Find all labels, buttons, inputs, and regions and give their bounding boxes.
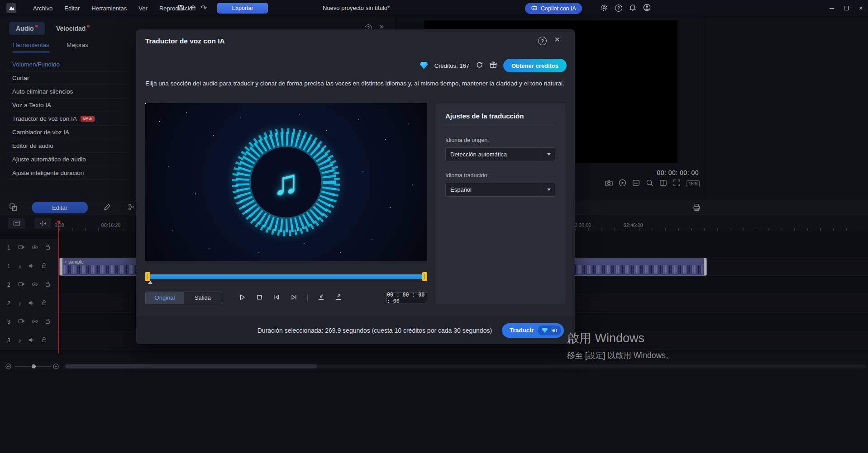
play-button[interactable]	[238, 293, 246, 302]
cost-value: -90	[549, 328, 557, 333]
audio-source-toggle: Original Salida	[145, 292, 222, 304]
player-controls: Original Salida 00 : 00 : 00 : 00	[145, 291, 427, 304]
credits-label: Créditos: 167	[434, 62, 469, 69]
credits-cost-badge: -90	[538, 326, 561, 335]
trim-slider[interactable]	[145, 273, 427, 282]
undo-icon[interactable]: ↶	[190, 5, 196, 12]
chevron-down-icon	[543, 148, 555, 161]
project-title: Nuevo proyecto sin título*	[323, 5, 390, 11]
voice-translator-dialog: Traductor de voz con IA ? × Créditos: 16…	[136, 29, 575, 344]
gift-icon[interactable]	[490, 61, 497, 70]
starfield	[145, 103, 146, 104]
dialog-close-icon[interactable]: ×	[554, 34, 560, 45]
music-note-icon: ♫	[273, 162, 300, 203]
maximize-button[interactable]	[839, 0, 854, 16]
quick-actions: ↶ ↷	[177, 0, 207, 16]
notifications-bell-icon[interactable]	[629, 4, 636, 13]
divider	[445, 126, 555, 126]
audio-visualizer: ♫	[145, 103, 427, 261]
divider	[307, 294, 308, 302]
credits-gem-icon	[542, 328, 548, 333]
translate-label: Traducir	[510, 327, 534, 334]
copilot-icon	[531, 5, 538, 12]
save-icon[interactable]	[177, 4, 185, 13]
filmora-window: Archivo Editar Herramientas Ver Reproduc…	[0, 0, 868, 453]
import-audio-button[interactable]	[317, 293, 325, 302]
get-credits-button[interactable]: Obtener créditos	[503, 59, 567, 72]
source-language-value: Detección automática	[450, 151, 507, 158]
step-forward-button[interactable]	[290, 293, 298, 302]
settings-gear-icon[interactable]	[600, 4, 608, 13]
menu-archivo[interactable]: Archivo	[27, 0, 58, 16]
help-icon[interactable]: ?	[615, 5, 622, 12]
dialog-footer: Duración seleccionada: 269.9 segundos (c…	[136, 316, 575, 344]
trim-end-handle[interactable]	[422, 272, 427, 281]
trim-track[interactable]	[147, 274, 426, 279]
export-audio-button[interactable]	[334, 293, 342, 302]
titlebar-icons: ?	[600, 0, 651, 16]
credits-row: Créditos: 167 Obtener créditos	[420, 59, 567, 72]
step-backward-button[interactable]	[273, 293, 281, 302]
dialog-description: Elija una sección del audio para traduci…	[145, 79, 564, 88]
menu-ver[interactable]: Ver	[133, 0, 153, 16]
credits-gem-icon	[420, 62, 428, 69]
app-logo-icon	[6, 3, 16, 13]
stop-button[interactable]	[256, 293, 263, 302]
dialog-help-icon[interactable]: ?	[538, 37, 547, 45]
target-language-value: Español	[450, 186, 472, 193]
export-button[interactable]: Exportar	[217, 3, 268, 14]
toggle-original[interactable]: Original	[146, 292, 184, 304]
maximize-icon	[844, 6, 849, 10]
copilot-button[interactable]: Copilot con IA	[525, 3, 582, 14]
target-language-label: Idioma traducido:	[445, 172, 555, 179]
menu-herramientas[interactable]: Herramientas	[86, 0, 133, 16]
target-language-select[interactable]: Español	[445, 183, 555, 197]
refresh-credits-icon[interactable]	[476, 61, 483, 70]
close-window-button[interactable]: ×	[854, 0, 868, 16]
trim-start-handle[interactable]	[145, 272, 150, 281]
source-language-select[interactable]: Detección automática	[445, 147, 555, 161]
dialog-title: Traductor de voz con IA	[145, 37, 225, 45]
chevron-down-icon	[543, 183, 555, 196]
settings-title: Ajustes de la traducción	[445, 112, 555, 120]
translation-settings-panel: Ajustes de la traducción Idioma de orige…	[435, 103, 565, 304]
redo-icon[interactable]: ↷	[200, 5, 206, 12]
window-controls: ─ ×	[825, 0, 868, 16]
player-timecode: 00 : 00 : 00 : 00	[386, 292, 427, 303]
trim-playhead-marker[interactable]	[148, 281, 153, 284]
transport-controls	[238, 293, 342, 302]
selected-duration-text: Duración seleccionada: 269.9 segundos (c…	[258, 327, 492, 334]
menu-editar[interactable]: Editar	[58, 0, 86, 16]
menubar: Archivo Editar Herramientas Ver Reproduc…	[27, 0, 201, 16]
copilot-label: Copilot con IA	[541, 5, 576, 12]
minimize-button[interactable]: ─	[825, 0, 839, 16]
account-avatar-icon[interactable]	[643, 4, 651, 13]
visualizer-ring: ♫	[223, 119, 349, 245]
toggle-salida[interactable]: Salida	[184, 292, 222, 304]
translate-button[interactable]: Traducir -90	[502, 323, 564, 338]
titlebar: Archivo Editar Herramientas Ver Reproduc…	[0, 0, 868, 16]
source-language-label: Idioma de origen:	[445, 137, 555, 143]
